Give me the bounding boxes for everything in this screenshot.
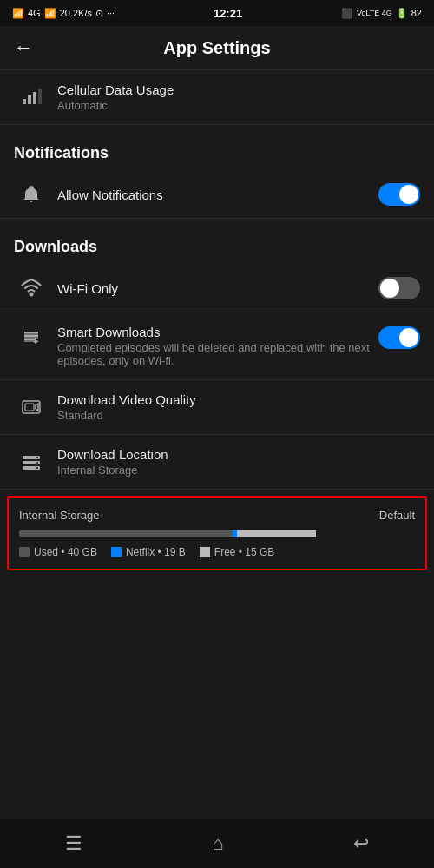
cellular-data-text: Cellular Data Usage Automatic: [57, 82, 420, 112]
download-video-quality-title: Download Video Quality: [57, 392, 420, 407]
back-nav-icon[interactable]: ↩: [353, 832, 369, 855]
legend-free-label: Free • 15 GB: [214, 546, 275, 558]
bottom-nav: ☰ ⌂ ↩: [0, 819, 434, 868]
bluetooth-icon: ⬛: [341, 8, 353, 19]
smart-downloads-subtitle: Completed episodes will be deleted and r…: [57, 341, 370, 367]
download-location-text: Download Location Internal Storage: [57, 447, 420, 477]
legend-netflix: Netflix • 19 B: [111, 546, 186, 558]
svg-point-11: [36, 462, 38, 464]
cellular-icon: [14, 87, 49, 108]
svg-point-4: [30, 293, 33, 296]
wifi-only-toggle[interactable]: [378, 277, 420, 299]
smart-downloads-item[interactable]: Smart Downloads Completed episodes will …: [0, 312, 434, 380]
bell-icon: [14, 184, 49, 205]
svg-rect-1: [28, 95, 31, 104]
storage-bar: [19, 530, 415, 537]
downloads-section-header: Downloads: [0, 219, 434, 265]
legend-used-label: Used • 40 GB: [34, 546, 97, 558]
storage-default-label: Default: [379, 509, 415, 522]
wifi-only-text: Wi-Fi Only: [57, 281, 378, 296]
wifi-icon: [14, 278, 49, 299]
cellular-data-title: Cellular Data Usage: [57, 82, 420, 97]
storage-header: Internal Storage Default: [19, 509, 415, 522]
status-time: 12:21: [214, 7, 242, 20]
status-right: ⬛ VoLTE 4G 🔋 82: [341, 8, 422, 19]
smart-downloads-text: Smart Downloads Completed episodes will …: [57, 325, 370, 367]
network-type: 4G: [28, 8, 41, 18]
smart-downloads-title: Smart Downloads: [57, 325, 370, 339]
download-video-quality-subtitle: Standard: [57, 409, 420, 422]
legend-dot-netflix: [111, 547, 122, 557]
download-video-quality-item[interactable]: Download Video Quality Standard: [0, 380, 434, 435]
back-button[interactable]: ←: [14, 36, 33, 59]
settings-content: Cellular Data Usage Automatic Notificati…: [0, 70, 434, 815]
cast-icon: ⊙: [95, 8, 103, 19]
allow-notifications-item[interactable]: Allow Notifications: [0, 171, 434, 219]
battery-icon: 🔋: [396, 8, 408, 19]
wifi-only-title: Wi-Fi Only: [57, 281, 378, 296]
legend-used: Used • 40 GB: [19, 546, 97, 558]
allow-notifications-toggle[interactable]: [378, 183, 420, 206]
cellular-data-item[interactable]: Cellular Data Usage Automatic: [0, 70, 434, 125]
svg-rect-0: [23, 99, 26, 104]
svg-rect-2: [33, 92, 36, 104]
svg-point-10: [36, 457, 38, 458]
notifications-section-header: Notifications: [0, 125, 434, 171]
status-bar: 📶 4G 📶 20.2K/s ⊙ ··· 12:21 ⬛ VoLTE 4G 🔋 …: [0, 0, 434, 26]
storage-label: Internal Storage: [19, 509, 100, 522]
page-title: App Settings: [47, 38, 387, 58]
smart-download-icon: [14, 328, 49, 349]
legend-dot-used: [19, 547, 30, 557]
download-video-quality-text: Download Video Quality Standard: [57, 392, 420, 422]
signal-bars-2: 📶: [44, 8, 56, 19]
wifi-only-item[interactable]: Wi-Fi Only: [0, 265, 434, 312]
menu-nav-icon[interactable]: ☰: [65, 832, 82, 855]
allow-notifications-text: Allow Notifications: [57, 187, 378, 202]
legend-free: Free • 15 GB: [200, 546, 275, 558]
app-header: ← App Settings: [0, 26, 434, 70]
smart-downloads-toggle[interactable]: [378, 326, 420, 349]
storage-legend: Used • 40 GB Netflix • 19 B Free • 15 GB: [19, 546, 415, 558]
legend-dot-free: [200, 547, 210, 557]
legend-netflix-label: Netflix • 19 B: [126, 546, 186, 558]
allow-notifications-title: Allow Notifications: [57, 187, 378, 202]
storage-usage-section: Internal Storage Default Used • 40 GB Ne…: [7, 496, 427, 570]
signal-strength: 📶: [12, 8, 24, 19]
svg-rect-3: [38, 89, 42, 104]
volte-icon: VoLTE 4G: [357, 9, 392, 17]
status-left: 📶 4G 📶 20.2K/s ⊙ ···: [12, 8, 115, 19]
storage-icon: [14, 451, 49, 472]
toggle-knob-smart: [399, 328, 418, 347]
cellular-data-subtitle: Automatic: [57, 99, 420, 112]
download-location-item[interactable]: Download Location Internal Storage: [0, 435, 434, 490]
battery-level: 82: [411, 8, 422, 18]
more-icon: ···: [107, 8, 115, 18]
toggle-knob: [399, 185, 418, 204]
bar-free: [237, 530, 316, 537]
download-location-title: Download Location: [57, 447, 420, 462]
svg-rect-6: [25, 404, 34, 411]
download-location-subtitle: Internal Storage: [57, 464, 420, 477]
bar-used: [19, 530, 233, 537]
speed-indicator: 20.2K/s: [60, 8, 92, 18]
toggle-knob-wifi: [380, 279, 399, 298]
home-nav-icon[interactable]: ⌂: [212, 832, 223, 855]
video-quality-icon: [14, 397, 49, 418]
svg-point-12: [36, 467, 38, 469]
